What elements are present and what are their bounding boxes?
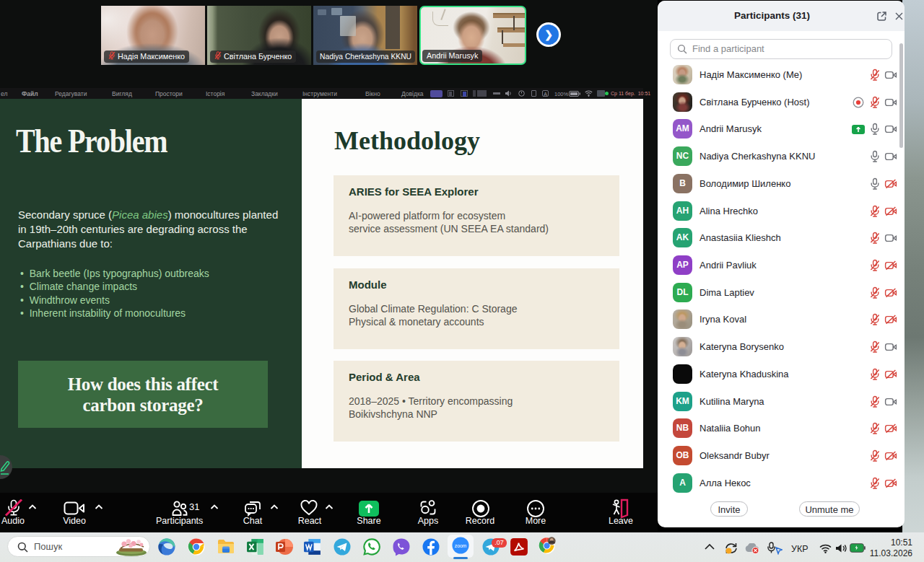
svg-text:zoom: zoom bbox=[455, 543, 467, 548]
